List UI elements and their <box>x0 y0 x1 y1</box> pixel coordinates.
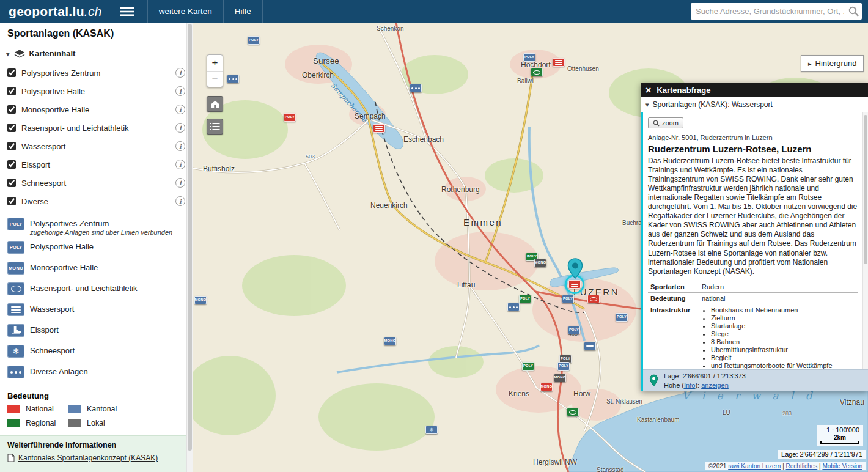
home-button[interactable] <box>207 96 223 112</box>
layer-checkbox[interactable] <box>7 160 16 169</box>
bedeutung-label: National <box>26 405 54 413</box>
layer-checkbox[interactable] <box>7 124 16 132</box>
footer-link[interactable]: Mobile Version <box>822 463 862 470</box>
info-icon[interactable]: i <box>175 123 185 133</box>
chevron-down-icon <box>645 100 649 109</box>
zoom-to-feature-button[interactable]: zoom <box>648 117 683 128</box>
info-icon[interactable]: i <box>175 105 185 114</box>
map-copyright: ©2021 rawi Kanton Luzern | Rechtliches |… <box>705 462 866 470</box>
rasen-marker[interactable] <box>587 295 600 303</box>
mono-marker[interactable]: MONO <box>384 337 396 345</box>
poly-marker[interactable]: POLY <box>557 362 570 371</box>
bedeutung-item: Regional <box>7 419 68 427</box>
wasser-marker[interactable] <box>568 280 581 289</box>
wasser-marker[interactable] <box>553 58 565 67</box>
mono-marker[interactable]: MONO <box>534 259 546 267</box>
search-input[interactable] <box>691 3 862 20</box>
rasen-marker[interactable] <box>567 408 579 416</box>
rasen-marker[interactable] <box>531 68 543 76</box>
hoehe-line: Höhe (Info): anzeigen <box>664 381 746 390</box>
layer-checkbox[interactable] <box>7 68 16 77</box>
legend-row: POLYPolysportive Halle <box>0 238 193 259</box>
layer-checkbox[interactable] <box>7 142 16 150</box>
info-icon[interactable]: i <box>175 196 185 206</box>
feature-title: Ruderzentrum Luzern-Rotsee, Luzern <box>648 144 858 154</box>
info-icon[interactable]: i <box>175 86 185 96</box>
zoom-in-button[interactable]: + <box>207 55 223 71</box>
table-row: Bedeutungnational <box>648 292 858 304</box>
anzeigen-link[interactable]: anzeigen <box>701 382 729 389</box>
kasak-link-label: Kantonales Sportanlagenkonzept (KASAK) <box>18 454 158 462</box>
logo-main: geoportal.lu <box>9 4 84 19</box>
panel-body: zoom Anlage-Nr. 5001, Ruderzentrum in Lu… <box>643 112 868 369</box>
hintergrund-button[interactable]: Hintergrund <box>801 55 864 72</box>
poly-marker[interactable]: POLY <box>248 36 260 45</box>
query-table: SportartenRudernBedeutungnationalInfrast… <box>648 281 858 369</box>
poly-legend-icon: POLY <box>7 241 24 254</box>
poly-marker[interactable]: POLY <box>562 295 574 303</box>
close-icon[interactable]: × <box>645 86 651 95</box>
panel-scroll-thumb[interactable] <box>864 115 867 264</box>
dots-marker[interactable] <box>227 75 239 83</box>
poly-marker[interactable]: POLY <box>522 362 534 371</box>
footer-link[interactable]: rawi Kanton Luzern <box>728 463 781 470</box>
karteninhalt-label: Karteninhalt <box>29 49 76 58</box>
mono-marker[interactable]: MONO <box>554 374 566 382</box>
menu-icon[interactable] <box>111 0 144 23</box>
search-area <box>685 0 868 23</box>
zoom-out-button[interactable]: − <box>207 71 223 87</box>
feature-subtitle: Anlage-Nr. 5001, Ruderzentrum in Luzern <box>648 134 858 141</box>
scale-bar-label: 2km <box>820 434 859 441</box>
legend-row: Eissport <box>0 322 193 342</box>
poly-marker[interactable]: POLY <box>284 113 296 122</box>
layer-checkbox[interactable] <box>7 105 16 114</box>
legend-row: Rasensport- und Leichtathletik <box>0 280 193 301</box>
hintergrund-label: Hintergrund <box>815 59 857 68</box>
layer-checkbox[interactable] <box>7 87 16 95</box>
poly-marker[interactable]: POLY <box>568 326 580 334</box>
nav-hilfe[interactable]: Hilfe <box>223 0 263 23</box>
rasen-legend-icon <box>7 282 24 295</box>
feature-description: Das Ruderzentrum Luzern-Rotsee bietet be… <box>648 157 858 276</box>
poly-legend-icon: POLY <box>7 218 24 230</box>
mono-marker[interactable]: MONO <box>540 383 553 391</box>
bedeutung-item: Lokal <box>68 419 142 427</box>
nav-weitere-karten[interactable]: weitere Karten <box>147 0 223 23</box>
info-icon[interactable]: i <box>175 160 185 169</box>
karteninhalt-header[interactable]: Karteninhalt <box>0 45 193 62</box>
bedeutung-item: Kantonal <box>68 405 142 413</box>
dots-marker[interactable] <box>410 84 422 92</box>
layer-checkbox[interactable] <box>7 197 16 205</box>
legend-label: Eissport <box>30 325 59 334</box>
mono-marker[interactable]: MONO <box>194 296 207 304</box>
panel-section-header[interactable]: Sportanlagen (KASAK): Wassersport <box>641 97 868 112</box>
app-root: geoportal.lu.ch weitere KartenHilfe Spor… <box>0 0 868 472</box>
sidebar-scrollbar[interactable] <box>186 23 193 472</box>
poly-marker[interactable]: POLY <box>616 313 628 322</box>
chevron-right-icon <box>808 59 815 68</box>
search-icon[interactable] <box>848 6 859 20</box>
wasser-marker[interactable] <box>584 342 596 350</box>
info-icon[interactable]: i <box>175 178 185 188</box>
poly-marker[interactable]: POLY <box>519 295 531 303</box>
dots-marker[interactable] <box>507 303 520 311</box>
feature-coordinates: Lage: 2'666'601 / 1'213'373 <box>664 372 746 381</box>
footer-link[interactable]: Rechtliches <box>786 463 818 470</box>
layer-checkbox[interactable] <box>7 179 16 187</box>
kasak-link[interactable]: Kantonales Sportanlagenkonzept (KASAK) <box>7 454 158 462</box>
info-icon[interactable]: i <box>175 68 185 78</box>
info-link[interactable]: Info <box>684 382 695 389</box>
schnee-marker[interactable]: ❄ <box>425 426 438 434</box>
bedeutung-item: National <box>7 405 68 413</box>
sidebar-scroll-thumb[interactable] <box>188 24 192 451</box>
location-pin-icon <box>649 374 658 387</box>
scale-bar-line <box>820 441 859 444</box>
info-icon[interactable]: i <box>175 141 185 151</box>
wasser-marker[interactable] <box>373 124 385 133</box>
layer-list-button[interactable] <box>207 119 223 135</box>
logo[interactable]: geoportal.lu.ch <box>0 0 111 23</box>
poly-marker[interactable]: POLY <box>523 53 535 62</box>
hoehe-prefix: Höhe ( <box>664 382 684 389</box>
layer-label: Diverse <box>21 197 48 206</box>
panel-scrollbar[interactable] <box>862 112 868 369</box>
